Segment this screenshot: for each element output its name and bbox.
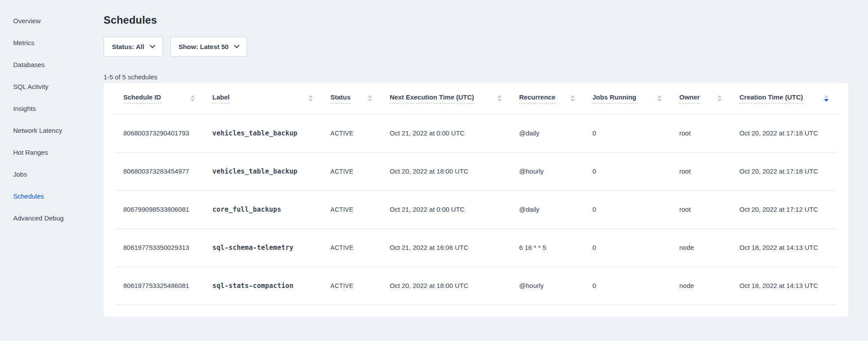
status-cell: ACTIVE (322, 266, 381, 305)
sidebar-item-jobs[interactable]: Jobs (0, 163, 104, 185)
owner-cell: root (671, 190, 731, 228)
column-header-status[interactable]: Status (322, 83, 381, 114)
table-row: 806800373290401793 vehicles_table_backup… (115, 114, 837, 152)
jobs-running-cell: 0 (584, 190, 671, 228)
next-execution-cell: Oct 20, 2022 at 18:00 UTC (381, 266, 510, 305)
schedules-table: Schedule ID Label Status (115, 83, 837, 305)
schedule-id-cell: 806197753350029313 (115, 228, 204, 266)
sidebar-item-advanced-debug[interactable]: Advanced Debug (0, 207, 104, 229)
status-cell: ACTIVE (322, 152, 381, 190)
schedules-table-card: Schedule ID Label Status (104, 83, 848, 316)
sidebar: Overview Metrics Databases SQL Activity … (0, 0, 104, 341)
next-execution-cell: Oct 21, 2022 at 16:06 UTC (381, 228, 510, 266)
show-filter-label: Show: Latest 50 (179, 43, 229, 50)
sort-icon (497, 95, 502, 102)
column-header-schedule-id[interactable]: Schedule ID (115, 83, 204, 114)
sidebar-item-databases[interactable]: Databases (0, 53, 104, 75)
schedule-id-cell: 806799098533806081 (115, 190, 204, 228)
label-cell: vehicles_table_backup (204, 152, 322, 190)
sidebar-item-sql-activity[interactable]: SQL Activity (0, 75, 104, 97)
owner-cell: root (671, 152, 731, 190)
show-filter-dropdown[interactable]: Show: Latest 50 (170, 37, 247, 57)
recurrence-cell: @daily (510, 190, 584, 228)
sort-icon (717, 95, 722, 102)
column-header-next-execution-time[interactable]: Next Execution Time (UTC) (381, 83, 510, 114)
status-cell: ACTIVE (322, 228, 381, 266)
owner-cell: node (671, 228, 731, 266)
jobs-running-cell: 0 (584, 266, 671, 305)
sidebar-item-network-latency[interactable]: Network Latency (0, 119, 104, 141)
table-row: 806800373283454977 vehicles_table_backup… (115, 152, 837, 190)
sort-icon (190, 95, 195, 102)
creation-time-cell: Oct 18, 2022 at 14:13 UTC (731, 228, 837, 266)
jobs-running-cell: 0 (584, 228, 671, 266)
chevron-down-icon (150, 43, 155, 48)
creation-time-cell: Oct 20, 2022 at 17:18 UTC (731, 114, 837, 152)
status-filter-label: Status: All (112, 43, 144, 50)
sidebar-item-hot-ranges[interactable]: Hot Ranges (0, 141, 104, 163)
next-execution-cell: Oct 20, 2022 at 18:00 UTC (381, 152, 510, 190)
owner-cell: node (671, 266, 731, 305)
label-cell: core_full_backups (204, 190, 322, 228)
creation-time-cell: Oct 20, 2022 at 17:18 UTC (731, 152, 837, 190)
sidebar-item-schedules[interactable]: Schedules (0, 185, 104, 207)
column-header-owner[interactable]: Owner (671, 83, 731, 114)
next-execution-cell: Oct 21, 2022 at 0:00 UTC (381, 114, 510, 152)
schedule-id-cell: 806800373283454977 (115, 152, 204, 190)
sort-desc-icon (824, 95, 829, 102)
column-header-label[interactable]: Label (204, 83, 322, 114)
filter-bar: Status: All Show: Latest 50 (104, 37, 868, 57)
jobs-running-cell: 0 (584, 114, 671, 152)
table-header-row: Schedule ID Label Status (115, 83, 837, 114)
creation-time-cell: Oct 20, 2022 at 17:12 UTC (731, 190, 837, 228)
label-cell: vehicles_table_backup (204, 114, 322, 152)
recurrence-cell: @hourly (510, 152, 584, 190)
chevron-down-icon (234, 43, 240, 48)
results-count: 1-5 of 5 schedules (104, 73, 868, 81)
sort-icon (308, 95, 313, 102)
sort-icon (657, 95, 662, 102)
sort-icon (570, 95, 575, 102)
table-row: 806197753325486081 sql-stats-compaction … (115, 266, 837, 305)
recurrence-cell: @hourly (510, 266, 584, 305)
schedule-id-cell: 806197753325486081 (115, 266, 204, 305)
jobs-running-cell: 0 (584, 152, 671, 190)
column-header-creation-time[interactable]: Creation Time (UTC) (731, 83, 837, 114)
sidebar-item-overview[interactable]: Overview (0, 10, 104, 32)
column-header-recurrence[interactable]: Recurrence (510, 83, 584, 114)
schedule-id-cell: 806800373290401793 (115, 114, 204, 152)
sort-icon (368, 95, 372, 102)
label-cell: sql-schema-telemetry (204, 228, 322, 266)
status-cell: ACTIVE (322, 114, 381, 152)
status-cell: ACTIVE (322, 190, 381, 228)
label-cell: sql-stats-compaction (204, 266, 322, 305)
main-content: Schedules Status: All Show: Latest 50 1-… (104, 0, 868, 316)
sidebar-item-metrics[interactable]: Metrics (0, 32, 104, 53)
sidebar-item-insights[interactable]: Insights (0, 97, 104, 119)
page-title: Schedules (104, 14, 868, 26)
status-filter-dropdown[interactable]: Status: All (104, 37, 163, 57)
creation-time-cell: Oct 18, 2022 at 14:13 UTC (731, 266, 837, 305)
owner-cell: root (671, 114, 731, 152)
recurrence-cell: 6 16 * * 5 (510, 228, 584, 266)
column-header-jobs-running[interactable]: Jobs Running (584, 83, 671, 114)
table-row: 806197753350029313 sql-schema-telemetry … (115, 228, 837, 266)
recurrence-cell: @daily (510, 114, 584, 152)
next-execution-cell: Oct 21, 2022 at 0:00 UTC (381, 190, 510, 228)
table-row: 806799098533806081 core_full_backups ACT… (115, 190, 837, 228)
